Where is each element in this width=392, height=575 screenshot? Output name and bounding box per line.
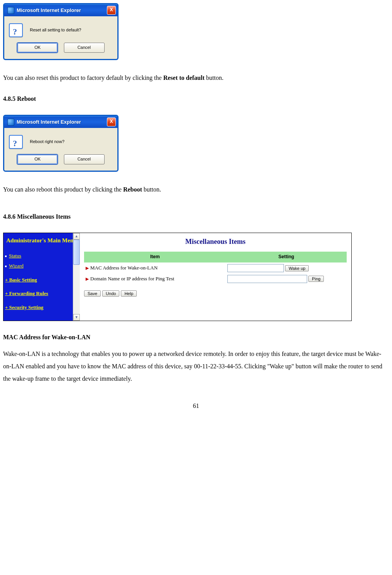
- close-icon[interactable]: X: [107, 117, 116, 126]
- arrow-icon: ▶: [86, 266, 89, 270]
- reset-dialog: Microsoft Internet Explorer X Reset all …: [3, 3, 119, 60]
- sidebar-item-wizard[interactable]: Wizard: [5, 261, 78, 270]
- arrow-icon: ▶: [86, 276, 89, 281]
- mac-address-input[interactable]: [227, 264, 284, 272]
- ping-button[interactable]: Ping: [308, 276, 324, 282]
- wake-up-button[interactable]: Wake up: [285, 265, 309, 271]
- undo-button[interactable]: Undo: [102, 290, 119, 297]
- col-item-header: Item: [84, 252, 226, 262]
- col-setting-header: Setting: [226, 252, 347, 262]
- sidebar-item-status[interactable]: Status: [5, 251, 78, 260]
- table-row: ▶Domain Name or IP address for Ping Test…: [84, 273, 347, 284]
- dialog-title: Microsoft Internet Explorer: [17, 117, 107, 126]
- help-button[interactable]: Help: [121, 290, 137, 297]
- content-title: Miscellaneous Items: [84, 235, 347, 248]
- router-admin-screenshot: Administrator's Main Menu Status Wizard …: [3, 233, 352, 321]
- misc-items-table: Item Setting ▶MAC Address for Wake-on-LA…: [84, 252, 347, 284]
- table-row: ▶MAC Address for Wake-on-LAN Wake up: [84, 262, 347, 273]
- dialog-titlebar: Microsoft Internet Explorer X: [4, 116, 117, 128]
- question-icon: [9, 23, 23, 37]
- sidebar-item-basic[interactable]: + Basic Setting: [5, 275, 78, 284]
- scroll-up-icon[interactable]: ▲: [73, 233, 80, 240]
- sidebar-title: Administrator's Main Menu: [5, 235, 78, 246]
- question-icon: [9, 135, 23, 149]
- cancel-button[interactable]: Cancel: [64, 154, 105, 164]
- router-content: Miscellaneous Items Item Setting ▶MAC Ad…: [79, 233, 351, 321]
- sidebar-item-security[interactable]: + Security Setting: [5, 303, 78, 312]
- bullet-icon: [5, 266, 7, 267]
- ie-logo-icon: [7, 7, 14, 14]
- admin-sidebar: Administrator's Main Menu Status Wizard …: [3, 233, 79, 321]
- dialog-message: Reboot right now?: [30, 138, 64, 146]
- close-icon[interactable]: X: [107, 6, 116, 15]
- mac-paragraph: Wake-on-LAN is a technology that enables…: [3, 348, 389, 385]
- cancel-button[interactable]: Cancel: [64, 43, 105, 53]
- scroll-down-icon[interactable]: ▼: [73, 314, 80, 321]
- section-misc-heading: 4.8.6 Miscellaneous Items: [3, 211, 389, 223]
- dialog-titlebar: Microsoft Internet Explorer X: [4, 4, 117, 16]
- reset-paragraph: You can also reset this product to facto…: [3, 72, 389, 84]
- ok-button[interactable]: OK: [17, 43, 58, 53]
- mac-subheading: MAC Address for Wake-on-LAN: [3, 332, 389, 343]
- dialog-title: Microsoft Internet Explorer: [17, 6, 107, 15]
- sidebar-scrollbar[interactable]: ▲ ▼: [73, 233, 80, 321]
- save-button[interactable]: Save: [84, 290, 101, 297]
- sidebar-item-forwarding[interactable]: + Forwarding Rules: [5, 289, 78, 298]
- reboot-dialog: Microsoft Internet Explorer X Reboot rig…: [3, 115, 119, 172]
- ping-address-input[interactable]: [227, 275, 307, 283]
- page-number: 61: [3, 401, 389, 412]
- bullet-icon: [5, 256, 7, 257]
- ie-logo-icon: [7, 119, 14, 126]
- dialog-message: Reset all setting to default?: [30, 26, 81, 34]
- ok-button[interactable]: OK: [17, 154, 58, 164]
- section-reboot-heading: 4.8.5 Reboot: [3, 93, 389, 105]
- scroll-thumb[interactable]: [73, 240, 80, 265]
- reboot-paragraph: You can also reboot this product by clic…: [3, 183, 389, 196]
